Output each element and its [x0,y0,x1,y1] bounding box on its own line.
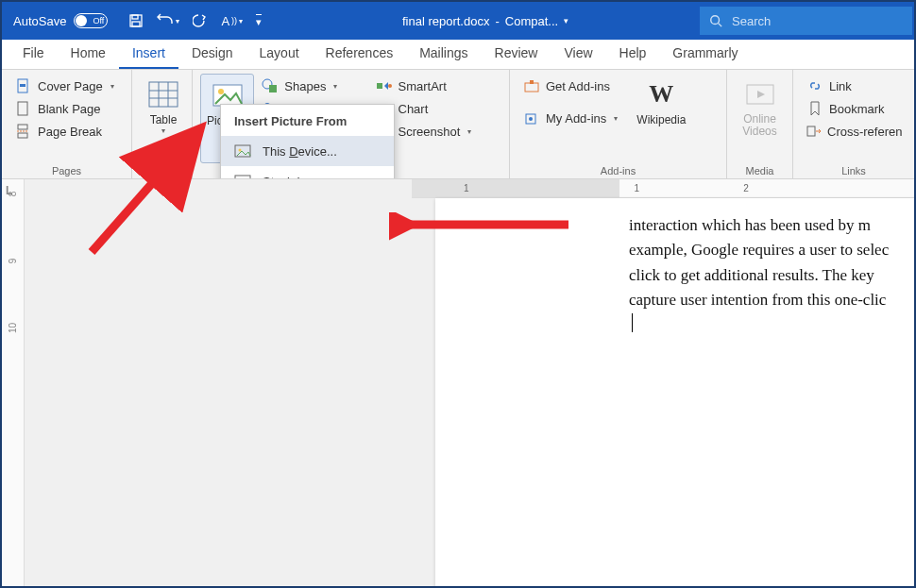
tab-references[interactable]: References [313,40,407,69]
tab-file[interactable]: File [9,40,58,69]
svg-marker-25 [384,82,388,90]
table-button[interactable]: Table▾ [140,74,187,139]
pictures-dropdown: Insert Picture From This Device... Stock… [220,104,395,179]
svg-point-41 [239,149,242,152]
device-icon [234,143,253,160]
get-addins-button[interactable]: Get Add-ins [517,76,623,96]
svg-rect-7 [18,102,27,115]
save-icon[interactable] [128,13,144,28]
search-icon [709,14,722,27]
ribbon-tabs: File Home Insert Design Layout Reference… [2,40,914,70]
group-label-tables: Tables [140,163,184,178]
video-icon [743,77,777,111]
group-pages: Cover Page▾ Blank Page Page Break Pages [2,70,132,178]
group-links: Link Bookmark Cross-referen Links [793,70,914,178]
doc-line: example, Google requires a user to selec [629,238,914,262]
svg-rect-33 [530,80,534,84]
tab-design[interactable]: Design [178,40,246,69]
svg-point-3 [711,16,720,25]
shapes-button[interactable]: Shapes▾ [256,76,360,96]
workspace: 8 9 10 1 1 2 interaction which has been … [2,179,914,586]
svg-rect-24 [377,83,382,89]
tab-layout[interactable]: Layout [246,40,313,69]
tab-insert[interactable]: Insert [119,40,178,69]
group-label-links: Links [801,163,907,178]
link-button[interactable]: Link [801,76,907,96]
svg-rect-19 [269,85,277,92]
redo-icon[interactable] [193,13,208,28]
page-break-button[interactable]: Page Break [9,121,124,142]
online-videos-button[interactable]: Online Videos [735,74,785,142]
wikipedia-icon: W [644,77,678,111]
text-cursor [632,313,633,332]
svg-rect-11 [149,82,178,107]
svg-marker-38 [811,102,819,115]
doc-line: click to get additional results. The key [629,263,914,288]
tab-view[interactable]: View [551,40,605,69]
document-title: final report.docx - Compat... ▾ [271,14,700,28]
ruler-corner-icon: L [6,184,12,197]
svg-rect-1 [132,15,138,19]
svg-rect-8 [18,125,27,129]
svg-rect-9 [18,133,27,138]
table-icon [146,77,180,111]
xref-icon [806,123,822,140]
svg-rect-32 [525,83,538,92]
smartart-icon [376,77,393,94]
title-bar: AutoSave Off ▾ A))▾ ▾ final report.docx … [2,2,914,40]
page-break-icon [15,123,32,140]
autosave-toggle[interactable]: Off [74,13,108,28]
tab-mailings[interactable]: Mailings [406,40,481,69]
svg-point-35 [529,117,533,121]
svg-rect-2 [132,22,140,26]
document-area[interactable]: 1 1 2 interaction which has been used by… [25,179,914,586]
group-media: Online Videos Media [727,70,793,178]
doc-line: capture user intention from this one-cli… [629,288,914,312]
cover-page-icon [15,77,32,94]
ribbon: Cover Page▾ Blank Page Page Break Pages … [2,70,914,179]
cross-reference-button[interactable]: Cross-referen [801,121,907,142]
group-label-addins: Add-ins [517,163,719,178]
svg-marker-37 [757,91,765,98]
group-addins: Get Add-ins My Add-ins▾ W Wikipedia Add-… [510,70,727,178]
group-label-pages: Pages [9,163,124,178]
menu-stock-images[interactable]: Stock Images... [221,166,394,179]
shapes-icon [262,77,279,94]
menu-this-device[interactable]: This Device... [221,136,394,166]
bookmark-button[interactable]: Bookmark [801,98,907,119]
tab-review[interactable]: Review [482,40,551,69]
blank-page-button[interactable]: Blank Page [9,98,124,119]
doc-line [629,312,914,337]
doc-line: interaction which has been used by m [629,213,914,238]
tab-help[interactable]: Help [606,40,660,69]
link-icon [806,77,823,94]
bookmark-icon [806,100,823,117]
read-aloud-icon[interactable]: A))▾ [221,14,243,28]
wikipedia-button[interactable]: W Wikipedia [631,74,691,163]
tab-home[interactable]: Home [58,40,119,69]
group-label-media: Media [735,163,785,178]
autosave-control[interactable]: AutoSave Off [2,13,119,28]
cover-page-button[interactable]: Cover Page▾ [9,76,124,96]
svg-line-4 [719,24,722,27]
dropdown-header: Insert Picture From [221,105,394,136]
customize-qat-icon[interactable]: ▾ [256,14,262,28]
blank-page-icon [15,100,32,117]
addins-icon [523,109,540,126]
autosave-label: AutoSave [13,14,66,28]
page[interactable]: interaction which has been used by m exa… [435,198,914,586]
vertical-ruler: 8 9 10 [2,179,25,586]
group-tables: Table▾ Tables [132,70,193,178]
svg-rect-6 [20,84,25,87]
stock-images-icon [234,173,253,179]
quick-access-toolbar: ▾ A))▾ ▾ [119,13,271,28]
search-input[interactable]: Search [700,7,912,35]
undo-icon[interactable]: ▾ [157,13,179,28]
chevron-down-icon[interactable]: ▾ [564,16,568,25]
svg-point-17 [218,89,224,94]
smartart-button[interactable]: SmartArt [370,76,478,96]
horizontal-ruler: 1 1 2 [412,179,914,198]
tab-grammarly[interactable]: Grammarly [659,40,751,69]
store-icon [523,77,540,94]
my-addins-button[interactable]: My Add-ins▾ [517,108,623,128]
